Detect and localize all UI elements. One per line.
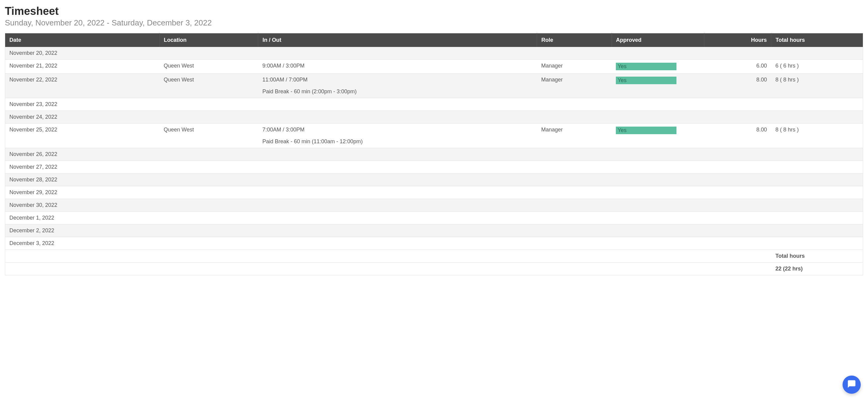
summary-value: 22 (22 hrs) <box>771 263 863 275</box>
cell-role <box>537 225 612 237</box>
page-subtitle: Sunday, November 20, 2022 - Saturday, De… <box>5 18 863 28</box>
cell-approved: Yes <box>612 124 704 148</box>
cell-total-hours: 6 ( 6 hrs ) <box>771 60 863 74</box>
table-row: December 1, 2022 <box>5 212 863 225</box>
cell-location <box>159 212 258 225</box>
cell-approved <box>612 47 704 60</box>
cell-total-hours <box>771 161 863 173</box>
table-row: November 25, 2022Queen West7:00AM / 3:00… <box>5 124 863 148</box>
cell-date: December 1, 2022 <box>5 212 160 225</box>
table-row: November 30, 2022 <box>5 199 863 212</box>
cell-approved <box>612 237 704 250</box>
cell-inout <box>258 161 537 173</box>
cell-location <box>159 199 258 212</box>
cell-inout: 11:00AM / 7:00PMPaid Break - 60 min (2:0… <box>258 74 537 98</box>
cell-hours <box>704 111 771 124</box>
cell-date: December 2, 2022 <box>5 225 160 237</box>
cell-location <box>159 186 258 199</box>
col-header-hours: Hours <box>704 33 771 47</box>
col-header-date: Date <box>5 33 160 47</box>
cell-date: November 25, 2022 <box>5 124 160 148</box>
cell-approved <box>612 212 704 225</box>
cell-date: December 3, 2022 <box>5 237 160 250</box>
cell-total-hours <box>771 237 863 250</box>
cell-location <box>159 225 258 237</box>
cell-role <box>537 148 612 161</box>
cell-approved <box>612 161 704 173</box>
cell-role <box>537 98 612 111</box>
cell-location <box>159 98 258 111</box>
cell-location <box>159 161 258 173</box>
cell-approved: Yes <box>612 74 704 98</box>
cell-hours <box>704 173 771 186</box>
timesheet-table: Date Location In / Out Role Approved Hou… <box>5 33 863 275</box>
cell-total-hours <box>771 186 863 199</box>
table-row: November 27, 2022 <box>5 161 863 173</box>
cell-inout <box>258 186 537 199</box>
cell-hours <box>704 186 771 199</box>
cell-hours: 6.00 <box>704 60 771 74</box>
cell-inout <box>258 111 537 124</box>
cell-role <box>537 173 612 186</box>
cell-hours <box>704 47 771 60</box>
table-header: Date Location In / Out Role Approved Hou… <box>5 33 863 47</box>
table-row: November 24, 2022 <box>5 111 863 124</box>
table-row: December 2, 2022 <box>5 225 863 237</box>
col-header-location: Location <box>159 33 258 47</box>
col-header-approved: Approved <box>612 33 704 47</box>
cell-role <box>537 237 612 250</box>
cell-inout: 9:00AM / 3:00PM <box>258 60 537 74</box>
approved-badge: Yes <box>616 77 677 84</box>
cell-role <box>537 47 612 60</box>
approved-badge: Yes <box>616 127 677 134</box>
cell-total-hours: 8 ( 8 hrs ) <box>771 124 863 148</box>
cell-hours <box>704 212 771 225</box>
table-row: November 26, 2022 <box>5 148 863 161</box>
cell-inout <box>258 225 537 237</box>
cell-role: Manager <box>537 124 612 148</box>
cell-date: November 26, 2022 <box>5 148 160 161</box>
table-row: December 3, 2022 <box>5 237 863 250</box>
cell-inout <box>258 148 537 161</box>
cell-total-hours: 8 ( 8 hrs ) <box>771 74 863 98</box>
cell-date: November 20, 2022 <box>5 47 160 60</box>
cell-location: Queen West <box>159 74 258 98</box>
cell-approved <box>612 98 704 111</box>
cell-inout <box>258 199 537 212</box>
cell-total-hours <box>771 148 863 161</box>
cell-total-hours <box>771 199 863 212</box>
cell-approved <box>612 225 704 237</box>
cell-date: November 28, 2022 <box>5 173 160 186</box>
cell-hours <box>704 199 771 212</box>
col-header-total-hours: Total hours <box>771 33 863 47</box>
cell-inout <box>258 47 537 60</box>
cell-total-hours <box>771 225 863 237</box>
cell-role: Manager <box>537 60 612 74</box>
cell-role <box>537 199 612 212</box>
cell-hours: 8.00 <box>704 74 771 98</box>
cell-date: November 23, 2022 <box>5 98 160 111</box>
cell-role <box>537 212 612 225</box>
col-header-inout: In / Out <box>258 33 537 47</box>
cell-total-hours <box>771 212 863 225</box>
cell-approved <box>612 199 704 212</box>
cell-inout <box>258 98 537 111</box>
cell-approved <box>612 173 704 186</box>
cell-hours <box>704 148 771 161</box>
cell-inout <box>258 173 537 186</box>
summary-label-row: Total hours <box>5 250 863 263</box>
approved-badge: Yes <box>616 63 677 70</box>
inout-time: 9:00AM / 3:00PM <box>262 63 533 69</box>
table-row: November 20, 2022 <box>5 47 863 60</box>
cell-role <box>537 186 612 199</box>
summary-value-row: 22 (22 hrs) <box>5 263 863 275</box>
cell-approved: Yes <box>612 60 704 74</box>
inout-time: 7:00AM / 3:00PM <box>262 127 533 133</box>
cell-date: November 24, 2022 <box>5 111 160 124</box>
break-text: Paid Break - 60 min (2:00pm - 3:00pm) <box>262 89 533 95</box>
cell-approved <box>612 148 704 161</box>
cell-date: November 27, 2022 <box>5 161 160 173</box>
cell-hours <box>704 225 771 237</box>
cell-location <box>159 47 258 60</box>
cell-date: November 30, 2022 <box>5 199 160 212</box>
